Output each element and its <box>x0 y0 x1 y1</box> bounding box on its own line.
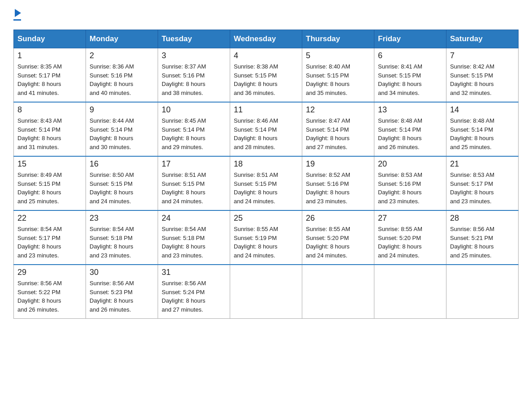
day-info: Sunrise: 8:47 AMSunset: 5:14 PMDaylight:… <box>306 116 370 151</box>
day-number: 17 <box>162 159 226 169</box>
day-info: Sunrise: 8:54 AMSunset: 5:17 PMDaylight:… <box>17 225 82 260</box>
weekday-header-row: SundayMondayTuesdayWednesdayThursdayFrid… <box>14 30 519 48</box>
calendar-cell: 26 Sunrise: 8:55 AMSunset: 5:20 PMDaylig… <box>302 210 374 265</box>
day-number: 25 <box>234 214 298 223</box>
day-number: 1 <box>17 51 82 60</box>
calendar-cell <box>374 265 446 319</box>
calendar-cell <box>446 265 519 319</box>
calendar-cell: 13 Sunrise: 8:48 AMSunset: 5:14 PMDaylig… <box>374 102 446 156</box>
calendar-cell: 22 Sunrise: 8:54 AMSunset: 5:17 PMDaylig… <box>14 210 86 265</box>
calendar-table: SundayMondayTuesdayWednesdayThursdayFrid… <box>13 30 519 319</box>
calendar-cell: 21 Sunrise: 8:53 AMSunset: 5:17 PMDaylig… <box>446 156 519 210</box>
day-info: Sunrise: 8:42 AMSunset: 5:15 PMDaylight:… <box>450 62 515 97</box>
day-info: Sunrise: 8:45 AMSunset: 5:14 PMDaylight:… <box>162 116 226 151</box>
day-info: Sunrise: 8:51 AMSunset: 5:15 PMDaylight:… <box>234 171 298 206</box>
calendar-cell: 17 Sunrise: 8:51 AMSunset: 5:15 PMDaylig… <box>158 156 230 210</box>
calendar-cell <box>302 265 374 319</box>
day-number: 2 <box>90 51 154 60</box>
day-number: 26 <box>306 214 370 223</box>
day-number: 4 <box>234 51 298 60</box>
day-info: Sunrise: 8:54 AMSunset: 5:18 PMDaylight:… <box>90 225 154 260</box>
day-info: Sunrise: 8:53 AMSunset: 5:17 PMDaylight:… <box>450 171 515 206</box>
day-info: Sunrise: 8:38 AMSunset: 5:15 PMDaylight:… <box>234 62 298 97</box>
calendar-cell: 28 Sunrise: 8:56 AMSunset: 5:21 PMDaylig… <box>446 210 519 265</box>
weekday-header-wednesday: Wednesday <box>230 30 302 48</box>
day-number: 31 <box>162 268 226 277</box>
calendar-cell: 4 Sunrise: 8:38 AMSunset: 5:15 PMDayligh… <box>230 48 302 103</box>
calendar-cell: 31 Sunrise: 8:56 AMSunset: 5:24 PMDaylig… <box>158 265 230 319</box>
day-number: 22 <box>17 214 82 223</box>
logo-underline <box>13 19 21 21</box>
calendar-week-row: 15 Sunrise: 8:49 AMSunset: 5:15 PMDaylig… <box>14 156 519 210</box>
weekday-header-saturday: Saturday <box>446 30 519 48</box>
day-info: Sunrise: 8:44 AMSunset: 5:14 PMDaylight:… <box>90 116 154 151</box>
day-number: 13 <box>378 105 442 115</box>
day-info: Sunrise: 8:51 AMSunset: 5:15 PMDaylight:… <box>162 171 226 206</box>
day-number: 8 <box>17 105 82 115</box>
day-info: Sunrise: 8:43 AMSunset: 5:14 PMDaylight:… <box>17 116 82 151</box>
calendar-cell: 11 Sunrise: 8:46 AMSunset: 5:14 PMDaylig… <box>230 102 302 156</box>
day-info: Sunrise: 8:54 AMSunset: 5:18 PMDaylight:… <box>162 225 226 260</box>
day-number: 6 <box>378 51 442 60</box>
calendar-cell: 10 Sunrise: 8:45 AMSunset: 5:14 PMDaylig… <box>158 102 230 156</box>
day-number: 20 <box>378 159 442 169</box>
day-number: 18 <box>234 159 298 169</box>
weekday-header-sunday: Sunday <box>14 30 86 48</box>
calendar-cell: 27 Sunrise: 8:55 AMSunset: 5:20 PMDaylig… <box>374 210 446 265</box>
day-info: Sunrise: 8:52 AMSunset: 5:16 PMDaylight:… <box>306 171 370 206</box>
day-info: Sunrise: 8:56 AMSunset: 5:22 PMDaylight:… <box>17 279 82 314</box>
day-info: Sunrise: 8:56 AMSunset: 5:24 PMDaylight:… <box>162 279 226 314</box>
day-info: Sunrise: 8:40 AMSunset: 5:15 PMDaylight:… <box>306 62 370 97</box>
day-info: Sunrise: 8:41 AMSunset: 5:15 PMDaylight:… <box>378 62 442 97</box>
calendar-cell: 8 Sunrise: 8:43 AMSunset: 5:14 PMDayligh… <box>14 102 86 156</box>
day-info: Sunrise: 8:50 AMSunset: 5:15 PMDaylight:… <box>90 171 154 206</box>
logo <box>13 9 21 21</box>
calendar-cell: 12 Sunrise: 8:47 AMSunset: 5:14 PMDaylig… <box>302 102 374 156</box>
weekday-header-tuesday: Tuesday <box>158 30 230 48</box>
day-info: Sunrise: 8:55 AMSunset: 5:20 PMDaylight:… <box>306 225 370 260</box>
day-number: 29 <box>17 268 82 277</box>
calendar-week-row: 22 Sunrise: 8:54 AMSunset: 5:17 PMDaylig… <box>14 210 519 265</box>
weekday-header-friday: Friday <box>374 30 446 48</box>
calendar-cell: 25 Sunrise: 8:55 AMSunset: 5:19 PMDaylig… <box>230 210 302 265</box>
day-info: Sunrise: 8:55 AMSunset: 5:20 PMDaylight:… <box>378 225 442 260</box>
day-info: Sunrise: 8:56 AMSunset: 5:21 PMDaylight:… <box>450 225 515 260</box>
weekday-header-monday: Monday <box>86 30 158 48</box>
calendar-cell: 5 Sunrise: 8:40 AMSunset: 5:15 PMDayligh… <box>302 48 374 103</box>
day-number: 28 <box>450 214 515 223</box>
day-number: 16 <box>90 159 154 169</box>
weekday-header-thursday: Thursday <box>302 30 374 48</box>
calendar-cell <box>230 265 302 319</box>
calendar-cell: 1 Sunrise: 8:35 AMSunset: 5:17 PMDayligh… <box>14 48 86 103</box>
day-info: Sunrise: 8:55 AMSunset: 5:19 PMDaylight:… <box>234 225 298 260</box>
calendar-cell: 23 Sunrise: 8:54 AMSunset: 5:18 PMDaylig… <box>86 210 158 265</box>
calendar-cell: 16 Sunrise: 8:50 AMSunset: 5:15 PMDaylig… <box>86 156 158 210</box>
day-info: Sunrise: 8:35 AMSunset: 5:17 PMDaylight:… <box>17 62 82 97</box>
day-info: Sunrise: 8:48 AMSunset: 5:14 PMDaylight:… <box>450 116 515 151</box>
calendar-cell: 14 Sunrise: 8:48 AMSunset: 5:14 PMDaylig… <box>446 102 519 156</box>
day-number: 12 <box>306 105 370 115</box>
day-number: 30 <box>90 268 154 277</box>
day-info: Sunrise: 8:56 AMSunset: 5:23 PMDaylight:… <box>90 279 154 314</box>
page-header <box>13 9 519 21</box>
calendar-cell: 29 Sunrise: 8:56 AMSunset: 5:22 PMDaylig… <box>14 265 86 319</box>
day-number: 3 <box>162 51 226 60</box>
day-info: Sunrise: 8:48 AMSunset: 5:14 PMDaylight:… <box>378 116 442 151</box>
calendar-week-row: 1 Sunrise: 8:35 AMSunset: 5:17 PMDayligh… <box>14 48 519 103</box>
calendar-cell: 19 Sunrise: 8:52 AMSunset: 5:16 PMDaylig… <box>302 156 374 210</box>
calendar-week-row: 8 Sunrise: 8:43 AMSunset: 5:14 PMDayligh… <box>14 102 519 156</box>
day-info: Sunrise: 8:53 AMSunset: 5:16 PMDaylight:… <box>378 171 442 206</box>
day-info: Sunrise: 8:36 AMSunset: 5:16 PMDaylight:… <box>90 62 154 97</box>
calendar-cell: 6 Sunrise: 8:41 AMSunset: 5:15 PMDayligh… <box>374 48 446 103</box>
day-number: 10 <box>162 105 226 115</box>
calendar-cell: 18 Sunrise: 8:51 AMSunset: 5:15 PMDaylig… <box>230 156 302 210</box>
calendar-cell: 3 Sunrise: 8:37 AMSunset: 5:16 PMDayligh… <box>158 48 230 103</box>
day-number: 23 <box>90 214 154 223</box>
day-number: 21 <box>450 159 515 169</box>
calendar-cell: 9 Sunrise: 8:44 AMSunset: 5:14 PMDayligh… <box>86 102 158 156</box>
logo-triangle-icon <box>15 9 21 17</box>
calendar-cell: 15 Sunrise: 8:49 AMSunset: 5:15 PMDaylig… <box>14 156 86 210</box>
day-number: 27 <box>378 214 442 223</box>
calendar-cell: 20 Sunrise: 8:53 AMSunset: 5:16 PMDaylig… <box>374 156 446 210</box>
calendar-cell: 7 Sunrise: 8:42 AMSunset: 5:15 PMDayligh… <box>446 48 519 103</box>
